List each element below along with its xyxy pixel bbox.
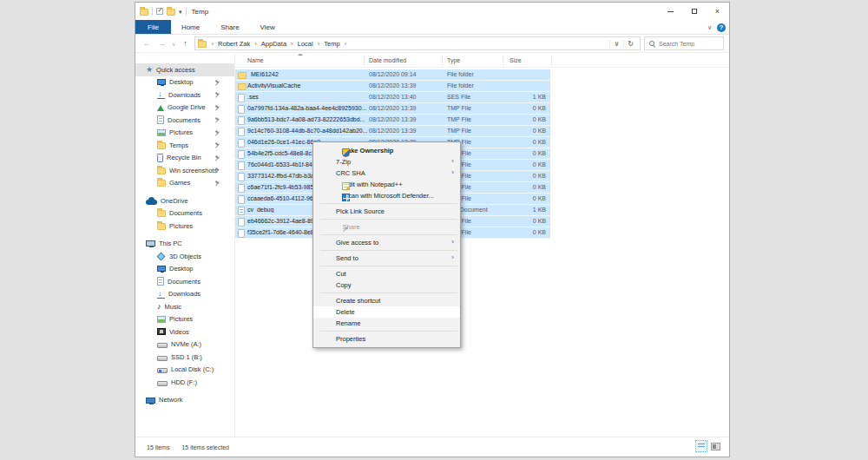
context-menu-item-edit-with-notepad-[interactable]: Edit with Notepad++ <box>313 179 460 190</box>
address-dropdown-chevron-icon[interactable]: ∨ <box>609 40 623 48</box>
sidebar-item-quick-access[interactable]: Quick access <box>135 63 234 76</box>
context-menu-item-send-to[interactable]: Send to› <box>313 253 460 264</box>
sidebar-item-music[interactable]: Music <box>135 300 234 313</box>
tab-file[interactable]: File <box>135 20 171 34</box>
help-icon[interactable]: ? <box>717 23 726 32</box>
context-menu-item-give-access-to[interactable]: Give access to› <box>313 237 460 248</box>
sidebar-item-network[interactable]: Network <box>135 394 234 407</box>
context-menu-item-crc-sha[interactable]: CRC SHA› <box>313 168 460 179</box>
breadcrumb-segment[interactable]: Local <box>298 40 313 48</box>
breadcrumb-segment[interactable]: Robert Zak <box>218 40 250 48</box>
sidebar-item-google-drive[interactable]: Google Drive <box>135 102 234 115</box>
shield-icon <box>342 148 350 157</box>
breadcrumb: ›Robert Zak›AppData›Local›Temp› <box>198 40 609 48</box>
sidebar-item-documents[interactable]: Documents <box>135 207 234 220</box>
customize-qat-chevron-icon[interactable] <box>179 8 182 16</box>
sidebar-item-pictures[interactable]: Pictures <box>135 127 234 140</box>
context-menu-item-pick-link-source[interactable]: Pick Link Source <box>313 206 460 217</box>
file-row[interactable]: 9a6bb513-bdc7-4a08-ad73-82222653dbd...08… <box>235 115 550 126</box>
file-row[interactable]: 9c14c760-3108-44db-8c70-a48dd142ab20...0… <box>235 126 550 137</box>
close-button[interactable]: × <box>706 3 729 20</box>
defender-icon <box>342 194 350 201</box>
sidebar-item-recycle-bin[interactable]: Recycle Bin <box>135 152 234 165</box>
tab-view[interactable]: View <box>250 20 286 34</box>
file-row[interactable]: _MEI6124208/12/2020 09:14File folder <box>235 69 550 81</box>
sidebar-item-label: HDD (F:) <box>171 378 197 386</box>
properties-icon[interactable] <box>156 8 163 15</box>
maximize-button[interactable] <box>682 3 706 20</box>
thumbnails-view-button[interactable] <box>711 443 720 450</box>
context-menu-item-copy[interactable]: Copy <box>313 279 460 291</box>
breadcrumb-segment[interactable]: Temp <box>324 40 339 48</box>
sidebar-item-ssd-1-b-[interactable]: SSD 1 (B:) <box>135 351 234 364</box>
details-view-button[interactable] <box>695 440 707 452</box>
sidebar-item-games[interactable]: Games <box>135 177 234 190</box>
sidebar-item-desktop[interactable]: Desktop <box>135 263 234 276</box>
context-menu-item-rename[interactable]: Rename <box>313 318 460 329</box>
column-header-type[interactable]: Type <box>447 57 460 63</box>
context-menu-item-properties[interactable]: Properties <box>313 333 460 345</box>
context-menu-item-scan-with-microsoft-defender-[interactable]: Scan with Microsoft Defender... <box>313 190 460 201</box>
sidebar-item-desktop[interactable]: Desktop <box>135 76 234 89</box>
sidebar-item-documents[interactable]: Documents <box>135 275 234 288</box>
window-folder-icon <box>140 9 148 16</box>
context-menu-item-take-ownership[interactable]: Take Ownership <box>313 145 460 156</box>
sidebar-item-videos[interactable]: Videos <box>135 325 234 338</box>
sidebar-item-documents[interactable]: Documents <box>135 114 234 127</box>
sidebar-section: Network <box>135 394 234 407</box>
context-menu-item-share[interactable]: Share <box>313 221 460 233</box>
back-button[interactable]: ← <box>141 39 153 48</box>
sidebar-item-win-screenshots[interactable]: Win screenshots <box>135 164 234 177</box>
context-menu-item-7-zip[interactable]: 7-Zip› <box>313 156 460 168</box>
sidebar-item-nvme-a-[interactable]: NVMe (A:) <box>135 338 234 352</box>
sidebar-item-downloads[interactable]: Downloads <box>135 89 234 102</box>
recent-locations-chevron-icon[interactable]: ∨ <box>172 41 175 47</box>
context-menu-item-cut[interactable]: Cut <box>313 268 460 279</box>
new-folder-icon[interactable] <box>167 9 175 16</box>
file-type: File folder <box>447 71 474 77</box>
column-divider[interactable] <box>442 56 443 66</box>
file-row[interactable]: 0a7997fd-134a-482a-baa4-4ee4c8925930...0… <box>235 103 550 115</box>
column-divider[interactable] <box>364 56 365 66</box>
forward-button[interactable]: → <box>156 39 168 48</box>
column-header-date-modified[interactable]: Date modified <box>369 57 406 63</box>
file-size: 0 KB <box>470 218 546 224</box>
sidebar-item-pictures[interactable]: Pictures <box>135 313 234 326</box>
download-icon <box>157 90 165 99</box>
submenu-arrow-icon: › <box>451 238 454 246</box>
status-bar: 15 items 15 items selected <box>135 437 729 457</box>
up-button[interactable]: ↑ <box>179 39 191 48</box>
file-date: 08/12/2020 13:39 <box>369 128 417 134</box>
file-row[interactable]: ActivityVisualCache08/12/2020 13:39File … <box>235 81 550 92</box>
column-divider[interactable] <box>551 56 552 66</box>
sidebar-item-temps[interactable]: Temps <box>135 139 234 152</box>
file-row[interactable]: .ses08/12/2020 13:40SES File1 KB <box>235 92 550 103</box>
file-type: TMP File <box>447 116 471 122</box>
collapse-ribbon-chevron-icon[interactable]: ∨ <box>707 24 712 31</box>
column-header-name[interactable]: Name <box>247 57 264 63</box>
context-menu-item-label: Edit with Notepad++ <box>344 181 403 188</box>
context-menu-item-create-shortcut[interactable]: Create shortcut <box>313 295 460 306</box>
recycle-icon <box>157 155 163 162</box>
column-header-size[interactable]: Size <box>510 57 522 63</box>
sidebar-item-label: Recycle Bin <box>167 154 201 161</box>
ribbon-right-controls: ∨ ? <box>707 20 726 35</box>
minimize-button[interactable] <box>659 3 682 20</box>
sidebar-item-onedrive[interactable]: OneDrive <box>135 194 234 207</box>
sidebar-item-downloads[interactable]: Downloads <box>135 288 234 301</box>
sidebar-item-local-disk-c-[interactable]: Local Disk (C:) <box>135 364 234 377</box>
search-input[interactable] <box>659 41 720 47</box>
context-menu-item-label: Cut <box>336 270 346 278</box>
column-divider[interactable] <box>503 56 503 66</box>
tab-share[interactable]: Share <box>210 20 249 34</box>
sidebar-item-3d-objects[interactable]: 3D Objects <box>135 250 234 263</box>
refresh-icon[interactable]: ↻ <box>623 40 637 48</box>
tab-home[interactable]: Home <box>171 20 210 34</box>
sidebar-item-hdd-f-[interactable]: HDD (F:) <box>135 376 234 389</box>
sidebar-item-this-pc[interactable]: This PC <box>135 238 234 251</box>
breadcrumb-segment[interactable]: AppData <box>261 40 286 48</box>
address-bar[interactable]: ›Robert Zak›AppData›Local›Temp› ∨ ↻ <box>194 36 641 50</box>
sidebar-item-pictures[interactable]: Pictures <box>135 220 234 233</box>
selected-count: 15 items selected <box>181 444 228 450</box>
context-menu-item-delete[interactable]: Delete <box>313 306 460 318</box>
